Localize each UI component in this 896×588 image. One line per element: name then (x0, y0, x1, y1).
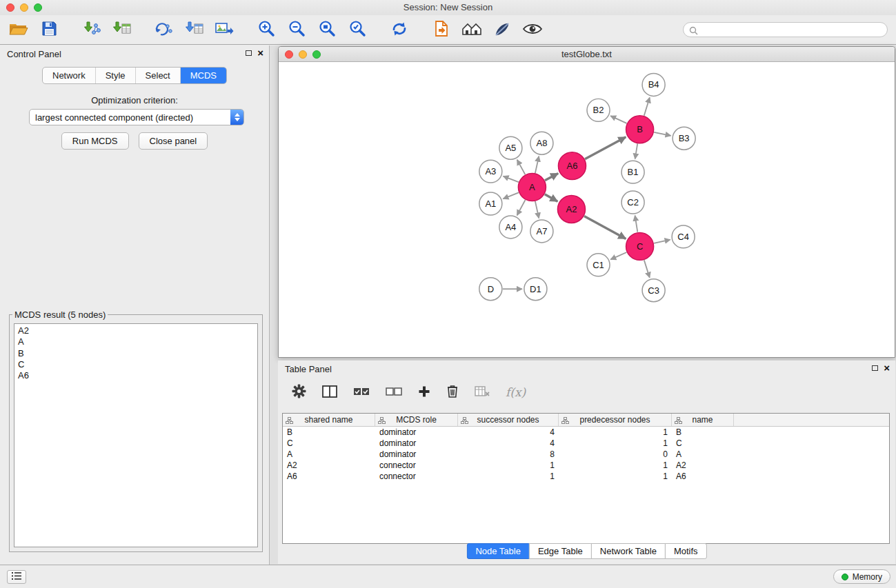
node-B1[interactable]: B1 (621, 161, 644, 183)
table-row[interactable]: Adominator80A (283, 449, 889, 460)
tab-network-table[interactable]: Network Table (591, 543, 666, 559)
import-table-from-file-button[interactable] (110, 19, 133, 41)
edge-C-C2[interactable] (635, 216, 638, 232)
show-hide-view-button[interactable] (521, 19, 544, 41)
node-C2[interactable]: C2 (621, 191, 644, 214)
open-file-button[interactable] (430, 19, 453, 41)
delete-table-button[interactable] (475, 386, 490, 399)
zoom-fit-button[interactable] (315, 19, 339, 41)
close-panel-icon[interactable]: × (257, 48, 263, 58)
tab-node-table[interactable]: Node Table (466, 543, 530, 559)
edge-B-B1[interactable] (635, 143, 638, 159)
edge-A-A1[interactable] (503, 192, 518, 199)
search-input[interactable] (701, 23, 882, 36)
delete-columns-button[interactable] (446, 384, 459, 401)
node-A1[interactable]: A1 (479, 192, 502, 215)
edge-C-C1[interactable] (610, 252, 626, 259)
status-menu-button[interactable] (7, 570, 26, 584)
edge-B-B2[interactable] (610, 116, 626, 123)
table-row[interactable]: A2connector11A2 (283, 460, 889, 471)
result-item[interactable]: C (18, 359, 257, 370)
node-C1[interactable]: C1 (587, 254, 610, 276)
node-A7[interactable]: A7 (530, 220, 553, 243)
home-button[interactable] (460, 19, 484, 41)
node-D[interactable]: D (479, 278, 502, 301)
close-window-button[interactable] (6, 3, 14, 12)
edge-B-B3[interactable] (654, 132, 670, 136)
tab-style[interactable]: Style (95, 68, 135, 83)
select-all-columns-button[interactable] (353, 386, 370, 399)
node-A8[interactable]: A8 (530, 132, 553, 154)
search-box[interactable] (683, 22, 888, 37)
import-network-from-file-button[interactable] (79, 19, 103, 41)
tab-mcds[interactable]: MCDS (180, 68, 226, 83)
node-B4[interactable]: B4 (642, 73, 665, 96)
zoom-out-button[interactable] (285, 19, 308, 41)
optimization-criterion-dropdown[interactable]: largest connected component (directed) (29, 109, 244, 125)
zoom-in-button[interactable] (255, 19, 278, 41)
zoom-selected-button[interactable] (346, 19, 369, 41)
node-A4[interactable]: A4 (499, 216, 522, 239)
load-network-button[interactable] (152, 19, 175, 41)
edge-A6-B[interactable] (585, 137, 626, 159)
column-header-predecessor-nodes[interactable]: predecessor nodes (559, 414, 672, 426)
close-view-button[interactable] (285, 50, 293, 59)
table-row[interactable]: A6connector11A6 (283, 471, 889, 482)
edge-A-A7[interactable] (535, 201, 539, 218)
function-builder-button[interactable]: f(x) (506, 385, 526, 399)
minimize-window-button[interactable] (20, 3, 28, 12)
node-B3[interactable]: B3 (673, 127, 695, 150)
node-A6[interactable]: A6 (558, 152, 586, 180)
table-row[interactable]: Bdominator41B (283, 427, 889, 438)
float-panel-icon[interactable] (246, 50, 252, 56)
edge-A-A4[interactable] (517, 200, 526, 215)
tab-select[interactable]: Select (135, 68, 180, 83)
show-column-dialog-button[interactable] (322, 385, 337, 400)
edge-B-B4[interactable] (644, 98, 650, 116)
export-image-button[interactable] (212, 19, 236, 41)
column-header-successor-nodes[interactable]: successor nodes (458, 414, 559, 426)
refresh-button[interactable] (388, 19, 411, 41)
tab-motifs[interactable]: Motifs (665, 543, 707, 559)
node-A3[interactable]: A3 (479, 160, 502, 183)
result-item[interactable]: B (18, 348, 257, 359)
result-item[interactable]: A6 (18, 370, 257, 381)
edge-A-A6[interactable] (545, 173, 558, 180)
node-D1[interactable]: D1 (524, 278, 547, 301)
edge-A-A3[interactable] (504, 176, 519, 182)
tab-edge-table[interactable]: Edge Table (529, 543, 592, 559)
edge-A-A5[interactable] (517, 160, 526, 174)
edge-C-C4[interactable] (654, 240, 670, 243)
maximize-view-button[interactable] (312, 50, 321, 59)
table-settings-button[interactable] (292, 384, 306, 401)
column-header-MCDS-role[interactable]: MCDS role (375, 414, 458, 426)
edge-A-A8[interactable] (535, 156, 539, 173)
float-panel-icon[interactable] (872, 365, 878, 371)
node-A5[interactable]: A5 (499, 136, 522, 159)
node-A[interactable]: A (518, 174, 546, 201)
node-B[interactable]: B (626, 116, 654, 143)
column-header-shared-name[interactable]: shared name (283, 414, 375, 426)
edge-C-C3[interactable] (644, 260, 650, 277)
minimize-view-button[interactable] (299, 50, 307, 59)
graphics-details-button[interactable] (490, 19, 514, 41)
node-B2[interactable]: B2 (587, 99, 610, 121)
unselect-all-columns-button[interactable] (386, 386, 402, 399)
memory-button[interactable]: Memory (833, 569, 890, 584)
node-A2[interactable]: A2 (557, 196, 585, 223)
table-row[interactable]: Cdominator41C (283, 438, 889, 449)
result-item[interactable]: A (18, 336, 257, 347)
edge-A2-C[interactable] (584, 216, 626, 239)
run-mcds-button[interactable]: Run MCDS (61, 132, 129, 150)
column-header-name[interactable]: name (672, 414, 734, 426)
result-item[interactable]: A2 (18, 325, 257, 336)
node-C[interactable]: C (626, 232, 654, 260)
node-C4[interactable]: C4 (672, 225, 695, 248)
save-session-button[interactable] (37, 19, 61, 41)
load-table-button[interactable] (182, 19, 206, 41)
node-C3[interactable]: C3 (642, 279, 665, 302)
create-new-column-button[interactable] (418, 385, 430, 400)
tab-network[interactable]: Network (43, 68, 95, 83)
open-session-button[interactable] (7, 19, 30, 41)
close-panel-icon[interactable]: × (884, 363, 890, 373)
